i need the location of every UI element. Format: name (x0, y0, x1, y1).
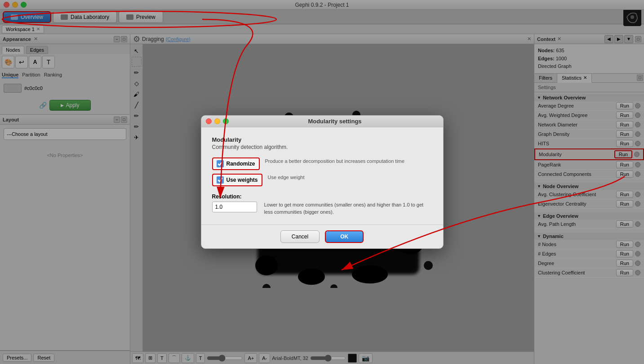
modal-footer: Cancel OK (201, 225, 443, 248)
modal-section-title: Modularity (212, 136, 432, 143)
modal-checkboxes: Randomize Produce a better decomposition… (212, 157, 432, 186)
modal-overlay: Modularity settings Modularity Community… (0, 0, 644, 364)
modal-title: Modularity settings (308, 118, 361, 125)
modal-titlebar: Modularity settings (201, 116, 443, 127)
use-weights-checkbox[interactable] (217, 176, 224, 184)
modal-min-btn[interactable] (214, 118, 220, 124)
modal-close-btn[interactable] (206, 118, 212, 124)
ok-button[interactable]: OK (325, 230, 364, 243)
resolution-desc: Lower to get more communities (smaller o… (264, 202, 432, 216)
use-weights-desc: Use edge weight (268, 174, 305, 180)
use-weights-row: Use weights Use edge weight (212, 174, 432, 186)
modal-section-sub: Community detection algorithm. (212, 144, 432, 150)
randomize-row: Randomize Produce a better decomposition… (212, 157, 432, 170)
resolution-row: Lower to get more communities (smaller o… (212, 202, 432, 216)
randomize-checkbox-group: Randomize (212, 157, 260, 170)
modularity-dialog: Modularity settings Modularity Community… (201, 115, 444, 249)
resolution-section: Resolution: Lower to get more communitie… (212, 193, 432, 216)
modal-max-btn[interactable] (223, 118, 229, 124)
randomize-label: Randomize (227, 161, 255, 167)
resolution-label: Resolution: (212, 193, 432, 200)
use-weights-label: Use weights (227, 177, 258, 183)
randomize-desc: Produce a better decomposition but incre… (265, 157, 405, 164)
resolution-input[interactable] (212, 202, 257, 212)
use-weights-checkbox-group: Use weights (212, 174, 262, 186)
modal-body: Modularity Community detection algorithm… (201, 127, 443, 225)
randomize-checkbox[interactable] (217, 160, 224, 167)
cancel-button[interactable]: Cancel (280, 230, 320, 243)
